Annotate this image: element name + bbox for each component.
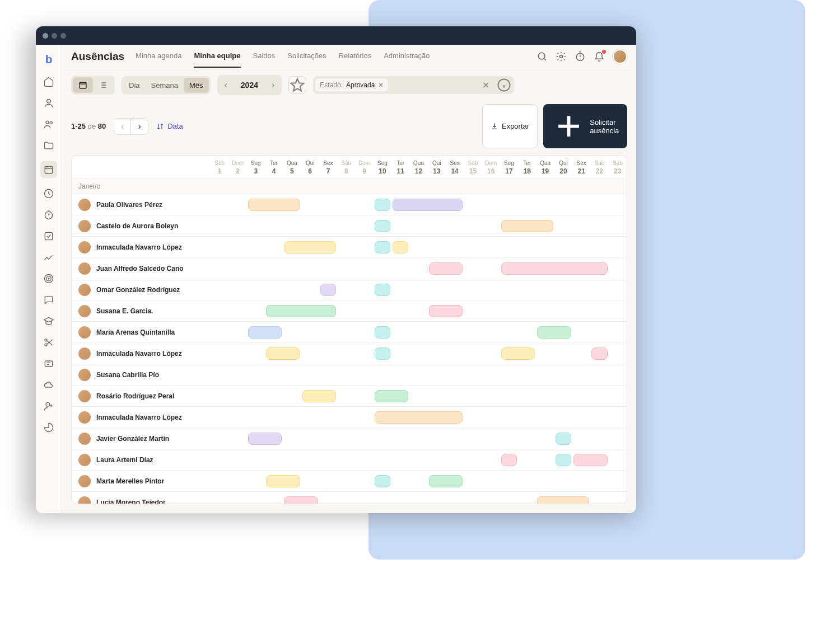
employee-avatar[interactable] xyxy=(78,241,91,253)
traffic-light-close[interactable] xyxy=(43,33,48,39)
pie-icon[interactable] xyxy=(43,422,54,433)
absence-pill[interactable] xyxy=(248,199,300,211)
tab-solicitações[interactable]: Solicitações xyxy=(287,45,326,68)
target-icon[interactable] xyxy=(43,273,54,284)
period-semana[interactable]: Semana xyxy=(146,78,184,93)
absence-pill[interactable] xyxy=(302,390,337,402)
chart-icon[interactable] xyxy=(43,252,54,263)
tab-saldos[interactable]: Saldos xyxy=(253,45,276,68)
absence-pill[interactable] xyxy=(591,347,607,360)
absence-pill[interactable] xyxy=(537,326,571,339)
absence-pill[interactable] xyxy=(393,199,463,211)
favorite-button[interactable] xyxy=(288,76,306,94)
chat-icon[interactable] xyxy=(43,294,54,306)
employee-avatar[interactable] xyxy=(78,496,91,504)
absence-pill[interactable] xyxy=(556,454,571,466)
checkbox-icon[interactable] xyxy=(43,231,54,242)
employee-avatar[interactable] xyxy=(78,220,91,232)
filter-value: Aprovada xyxy=(346,81,375,89)
user-icon[interactable] xyxy=(43,97,54,109)
timer-icon[interactable] xyxy=(575,51,586,62)
absence-pill[interactable] xyxy=(266,347,300,360)
info-icon[interactable] xyxy=(496,77,512,93)
traffic-light-max[interactable] xyxy=(60,33,66,39)
employee-avatar[interactable] xyxy=(78,305,91,317)
users-icon[interactable] xyxy=(43,119,54,130)
absence-pill[interactable] xyxy=(375,241,390,253)
tab-relatórios[interactable]: Relatórios xyxy=(339,45,372,68)
home-icon[interactable] xyxy=(43,76,54,87)
absence-pill[interactable] xyxy=(393,241,408,253)
year-prev[interactable]: ‹ xyxy=(219,77,233,93)
traffic-light-min[interactable] xyxy=(52,33,57,39)
app-logo[interactable]: b xyxy=(42,53,55,66)
absence-pill[interactable] xyxy=(375,411,463,424)
absence-pill[interactable] xyxy=(266,475,300,487)
gear-icon[interactable] xyxy=(556,51,567,62)
absence-pill[interactable] xyxy=(501,347,535,360)
absence-pill[interactable] xyxy=(375,220,390,232)
filter-remove-icon[interactable]: ✕ xyxy=(378,81,384,89)
list-view-icon[interactable] xyxy=(93,77,113,93)
bell-icon[interactable] xyxy=(594,51,605,62)
absence-pill[interactable] xyxy=(375,199,390,211)
filter-clear-icon[interactable]: ✕ xyxy=(479,80,493,91)
absence-pill[interactable] xyxy=(429,262,463,275)
absence-pill[interactable] xyxy=(375,347,390,360)
absence-pill[interactable] xyxy=(284,241,336,253)
absence-pill[interactable] xyxy=(284,496,318,504)
absence-pill[interactable] xyxy=(375,390,409,402)
absence-pill[interactable] xyxy=(375,326,390,339)
employee-avatar[interactable] xyxy=(78,284,91,296)
employee-avatar[interactable] xyxy=(78,475,91,487)
export-button[interactable]: Exportar xyxy=(482,104,538,148)
employee-avatar[interactable] xyxy=(78,411,91,424)
request-absence-button[interactable]: Solicitar ausência xyxy=(543,104,627,148)
employee-avatar[interactable] xyxy=(78,369,91,381)
page-next[interactable]: › xyxy=(131,119,148,134)
clock-icon[interactable] xyxy=(43,188,54,199)
year-next[interactable]: › xyxy=(266,77,280,93)
employee-avatar[interactable] xyxy=(78,199,91,211)
sort-button[interactable]: Data xyxy=(156,122,183,130)
employee-avatar[interactable] xyxy=(78,326,91,339)
tab-minha-agenda[interactable]: Minha agenda xyxy=(136,45,181,68)
stopwatch-icon[interactable] xyxy=(43,209,54,220)
absence-pill[interactable] xyxy=(501,262,608,275)
employee-avatar[interactable] xyxy=(78,390,91,402)
receipt-icon[interactable] xyxy=(43,358,54,369)
employee-row: Castelo de Aurora Boleyn xyxy=(72,215,627,237)
absence-pill[interactable] xyxy=(320,284,336,296)
period-dia[interactable]: Dia xyxy=(123,78,146,93)
absence-pill[interactable] xyxy=(375,475,390,487)
user-avatar[interactable] xyxy=(613,49,627,64)
absence-pill[interactable] xyxy=(501,220,553,232)
calendar-icon[interactable] xyxy=(40,161,57,178)
cloud-icon[interactable] xyxy=(43,379,54,391)
absence-pill[interactable] xyxy=(375,284,390,296)
calendar-view-icon[interactable] xyxy=(73,77,93,93)
user-plus-icon[interactable] xyxy=(43,401,54,412)
absence-pill[interactable] xyxy=(537,496,589,504)
employee-avatar[interactable] xyxy=(78,433,91,445)
absence-pill[interactable] xyxy=(429,475,463,487)
folder-icon[interactable] xyxy=(43,140,54,151)
absence-pill[interactable] xyxy=(556,433,571,445)
absence-pill[interactable] xyxy=(248,326,282,339)
tab-minha-equipe[interactable]: Minha equipe xyxy=(194,45,240,68)
absence-pill[interactable] xyxy=(573,454,608,466)
absence-pill[interactable] xyxy=(248,433,282,445)
period-mês[interactable]: Mês xyxy=(184,78,209,93)
day-header: Sex7 xyxy=(319,156,337,179)
employee-avatar[interactable] xyxy=(78,454,91,466)
absence-pill[interactable] xyxy=(429,305,463,317)
tab-administração[interactable]: Administração xyxy=(384,45,430,68)
graduation-icon[interactable] xyxy=(43,316,54,327)
employee-avatar[interactable] xyxy=(78,262,91,275)
employee-avatar[interactable] xyxy=(78,347,91,360)
absence-pill[interactable] xyxy=(501,454,517,466)
absence-pill[interactable] xyxy=(266,305,336,317)
page-prev[interactable]: ‹ xyxy=(114,119,131,134)
search-icon[interactable] xyxy=(536,51,548,62)
scissors-icon[interactable] xyxy=(43,337,54,348)
